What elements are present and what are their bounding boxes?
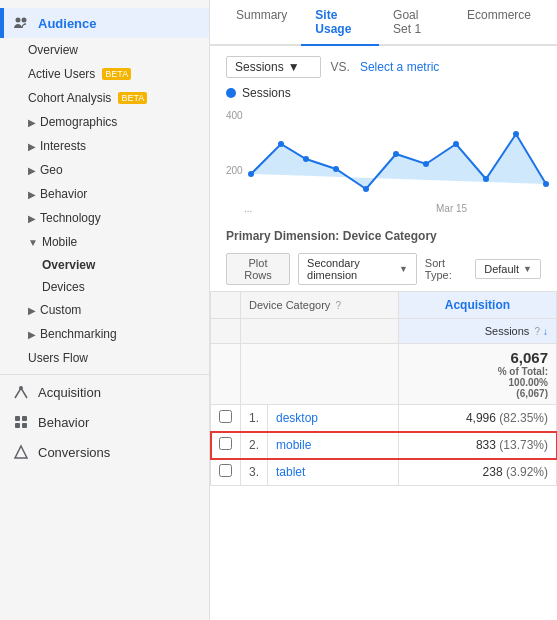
sessions-sort-arrow: ↓ [543, 326, 548, 337]
tabs-bar: Summary Site Usage Goal Set 1 Ecommerce [210, 0, 557, 46]
svg-text:Mar 15: Mar 15 [436, 203, 468, 214]
sort-chevron: ▼ [523, 264, 532, 274]
tab-ecommerce[interactable]: Ecommerce [453, 0, 545, 46]
beta-badge-cohort: BETA [118, 92, 147, 104]
sidebar-item-benchmarking[interactable]: ▶ Benchmarking [0, 322, 209, 346]
svg-point-22 [543, 181, 549, 187]
tab-site-usage[interactable]: Site Usage [301, 0, 379, 46]
svg-point-13 [278, 141, 284, 147]
row2-checkbox-input[interactable] [219, 437, 232, 450]
tab-goal-set-1[interactable]: Goal Set 1 [379, 0, 453, 46]
chart-area: Sessions ▼ VS. Select a metric Sessions … [210, 46, 557, 223]
sidebar: Audience Overview Active Users BETA Coho… [0, 0, 210, 620]
total-label-cell [241, 344, 399, 405]
sort-type-label: Sort Type: [425, 257, 467, 281]
row1-sessions: 4,996 (82.35%) [398, 405, 556, 432]
svg-point-21 [513, 131, 519, 137]
sidebar-item-overview[interactable]: Overview [0, 38, 209, 62]
sidebar-item-cohort-analysis[interactable]: Cohort Analysis BETA [0, 86, 209, 110]
custom-arrow: ▶ [28, 305, 36, 316]
sessions-help-icon: ? [534, 326, 540, 337]
row3-num: 3. [241, 459, 268, 486]
behavior-section-icon [12, 413, 30, 431]
sidebar-item-technology[interactable]: ▶ Technology [0, 206, 209, 230]
help-icon: ? [335, 300, 341, 311]
svg-point-12 [248, 171, 254, 177]
sidebar-item-custom[interactable]: ▶ Custom [0, 298, 209, 322]
svg-text:200: 200 [226, 165, 243, 176]
beta-badge-active-users: BETA [102, 68, 131, 80]
row2-checkbox[interactable] [211, 432, 241, 459]
sidebar-item-mobile-overview[interactable]: Overview [0, 254, 209, 276]
interests-arrow: ▶ [28, 141, 36, 152]
tab-summary[interactable]: Summary [222, 0, 301, 46]
sidebar-item-behavior[interactable]: ▶ Behavior [0, 182, 209, 206]
sidebar-section-audience[interactable]: Audience [0, 8, 209, 38]
sidebar-audience-label: Audience [38, 16, 97, 31]
svg-point-1 [22, 18, 27, 23]
table-area: Device Category ? Acquisition Sessions ?… [210, 291, 557, 620]
plot-rows-button[interactable]: Plot Rows [226, 253, 290, 285]
main-content: Summary Site Usage Goal Set 1 Ecommerce … [210, 0, 557, 620]
sidebar-item-mobile-devices[interactable]: Devices [0, 276, 209, 298]
th-device-category: Device Category ? [241, 292, 399, 319]
row3-sessions: 238 (3.92%) [398, 459, 556, 486]
svg-text:...: ... [244, 203, 252, 214]
total-sessions-count: (6,067) [407, 388, 548, 399]
row1-checkbox[interactable] [211, 405, 241, 432]
secondary-dim-chevron: ▼ [399, 264, 408, 274]
data-table: Device Category ? Acquisition Sessions ?… [210, 291, 557, 486]
sidebar-item-geo[interactable]: ▶ Geo [0, 158, 209, 182]
svg-rect-3 [15, 416, 20, 421]
sessions-legend-label: Sessions [242, 86, 291, 100]
th-acquisition: Acquisition [398, 292, 556, 319]
mobile-arrow: ▼ [28, 237, 38, 248]
svg-point-19 [453, 141, 459, 147]
demographics-arrow: ▶ [28, 117, 36, 128]
behavior-arrow: ▶ [28, 189, 36, 200]
metric-selector[interactable]: Sessions ▼ [226, 56, 321, 78]
sort-type-dropdown[interactable]: Default ▼ [475, 259, 541, 279]
th-checkbox [211, 292, 241, 319]
total-sessions-value: 6,067 [407, 349, 548, 366]
svg-point-14 [303, 156, 309, 162]
sidebar-section-conversions[interactable]: Conversions [0, 437, 209, 467]
svg-rect-5 [15, 423, 20, 428]
row3-checkbox-input[interactable] [219, 464, 232, 477]
svg-rect-4 [22, 416, 27, 421]
svg-point-20 [483, 176, 489, 182]
svg-point-15 [333, 166, 339, 172]
svg-rect-6 [22, 423, 27, 428]
total-sessions-cell: 6,067 % of Total: 100.00% (6,067) [398, 344, 556, 405]
total-sessions-pct-label: % of Total: [407, 366, 548, 377]
primary-dimension: Primary Dimension: Device Category [210, 223, 557, 249]
svg-text:400: 400 [226, 110, 243, 121]
geo-arrow: ▶ [28, 165, 36, 176]
svg-point-0 [16, 18, 21, 23]
sidebar-item-interests[interactable]: ▶ Interests [0, 134, 209, 158]
row1-device[interactable]: desktop [268, 405, 399, 432]
row2-device[interactable]: mobile [268, 432, 399, 459]
sidebar-section-behavior[interactable]: Behavior [0, 407, 209, 437]
select-metric-link[interactable]: Select a metric [360, 60, 439, 74]
row2-sessions: 833 (13.73%) [398, 432, 556, 459]
sidebar-item-mobile[interactable]: ▼ Mobile [0, 230, 209, 254]
table-row-highlighted: 2. mobile 833 (13.73%) [211, 432, 557, 459]
sidebar-item-active-users[interactable]: Active Users BETA [0, 62, 209, 86]
total-checkbox-cell [211, 344, 241, 405]
table-row: 1. desktop 4,996 (82.35%) [211, 405, 557, 432]
secondary-dimension-dropdown[interactable]: Secondary dimension ▼ [298, 253, 417, 285]
sidebar-item-users-flow[interactable]: Users Flow [0, 346, 209, 370]
sidebar-acquisition-label: Acquisition [38, 385, 101, 400]
svg-point-18 [423, 161, 429, 167]
row3-checkbox[interactable] [211, 459, 241, 486]
row1-checkbox-input[interactable] [219, 410, 232, 423]
th-sessions[interactable]: Sessions ? ↓ [398, 319, 556, 344]
th-checkbox-2 [211, 319, 241, 344]
line-chart: 400 200 Mar 15 [226, 104, 557, 214]
svg-marker-11 [251, 134, 546, 189]
row3-device[interactable]: tablet [268, 459, 399, 486]
svg-marker-7 [15, 446, 27, 458]
sidebar-section-acquisition[interactable]: Acquisition [0, 374, 209, 407]
sidebar-item-demographics[interactable]: ▶ Demographics [0, 110, 209, 134]
